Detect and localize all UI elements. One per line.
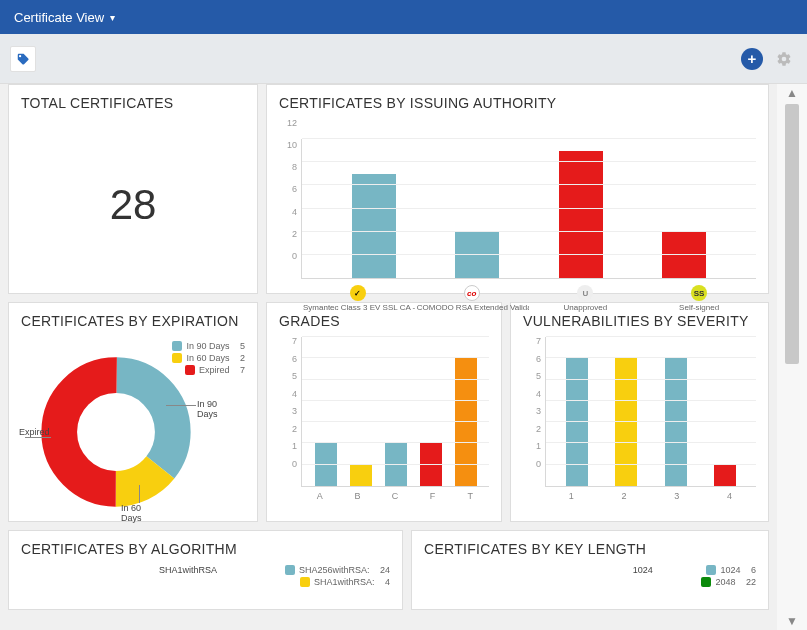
card-grades: GRADES 01234567 ABCFT <box>266 302 502 522</box>
y-axis: 01234567 <box>523 337 545 469</box>
card-title: TOTAL CERTIFICATES <box>21 95 245 111</box>
swatch-icon <box>706 565 716 575</box>
bar-grade-a[interactable] <box>315 443 337 486</box>
plus-icon: + <box>748 50 757 67</box>
bar-sev-2[interactable] <box>615 358 637 486</box>
donut-label-expired: Expired <box>19 427 50 437</box>
bar-grade-f[interactable] <box>420 443 442 486</box>
y-axis: 01234567 <box>279 337 301 469</box>
toolbar: + <box>0 34 807 84</box>
scroll-up-button[interactable]: ▲ <box>777 84 807 102</box>
bar-sev-4[interactable] <box>714 465 736 486</box>
bar-unapproved[interactable] <box>559 151 603 278</box>
topbar-title: Certificate View <box>14 10 104 25</box>
card-title: CERTIFICATES BY ISSUING AUTHORITY <box>279 95 756 111</box>
comodo-icon: co <box>464 285 480 301</box>
symantec-icon: ✓ <box>350 285 366 301</box>
svg-point-1 <box>84 400 148 464</box>
scroll-thumb[interactable] <box>785 104 799 364</box>
bar-sev-1[interactable] <box>566 358 588 486</box>
selfsigned-icon: SS <box>691 285 707 301</box>
tag-button[interactable] <box>10 46 36 72</box>
donut-label-in90: In 90 Days <box>197 399 218 419</box>
swatch-icon <box>701 577 711 587</box>
add-button[interactable]: + <box>741 48 763 70</box>
donut-label-in60: In 60 Days <box>121 503 163 523</box>
card-title: CERTIFICATES BY KEY LENGTH <box>424 541 756 557</box>
card-algorithm: CERTIFICATES BY ALGORITHM SHA256withRSA:… <box>8 530 403 610</box>
scrollbar: ▲ ▼ <box>777 84 807 630</box>
dashboard: TOTAL CERTIFICATES 28 CERTIFICATES BY IS… <box>0 84 777 630</box>
bar-comodo[interactable] <box>455 232 499 278</box>
x-axis-labels: ABCFT <box>301 491 489 501</box>
bar-sev-3[interactable] <box>665 358 687 486</box>
chevron-down-icon[interactable]: ▾ <box>110 12 115 23</box>
bar-symantec[interactable] <box>352 174 396 278</box>
card-title: CERTIFICATES BY ALGORITHM <box>21 541 390 557</box>
card-key-length: CERTIFICATES BY KEY LENGTH 1024 6 2048 2… <box>411 530 769 610</box>
card-total-certificates: TOTAL CERTIFICATES 28 <box>8 84 258 294</box>
unapproved-icon: U <box>577 285 593 301</box>
card-title: GRADES <box>279 313 489 329</box>
total-certificates-value: 28 <box>21 181 245 229</box>
swatch-icon <box>172 341 182 351</box>
bar-grade-c[interactable] <box>385 443 407 486</box>
card-title: CERTIFICATES BY EXPIRATION <box>21 313 245 329</box>
card-vulnerabilities: VULNERABILITIES BY SEVERITY 01234567 123… <box>510 302 769 522</box>
keylength-legend: 1024 6 2048 22 <box>701 565 756 589</box>
x-axis-labels: Symantec Class 3 EV SSL CA - G3 COMODO R… <box>301 303 756 312</box>
card-issuing-authority: CERTIFICATES BY ISSUING AUTHORITY 024681… <box>266 84 769 294</box>
tag-icon <box>16 52 30 66</box>
scroll-down-button[interactable]: ▼ <box>777 612 807 630</box>
y-axis: 024681012 <box>279 119 301 261</box>
card-expiration: CERTIFICATES BY EXPIRATION In 90 Days In… <box>8 302 258 522</box>
settings-button[interactable] <box>775 50 793 68</box>
bar-grade-b[interactable] <box>350 465 372 486</box>
bar-selfsigned[interactable] <box>662 232 706 278</box>
algorithm-legend: SHA256withRSA: 24 SHA1withRSA: 4 <box>285 565 390 589</box>
swatch-icon <box>285 565 295 575</box>
swatch-icon <box>300 577 310 587</box>
bar-grade-t[interactable] <box>455 358 477 486</box>
gear-icon <box>776 51 792 67</box>
card-title: VULNERABILITIES BY SEVERITY <box>523 313 756 329</box>
x-axis-labels: 1234 <box>545 491 756 501</box>
topbar: Certificate View ▾ <box>0 0 807 34</box>
